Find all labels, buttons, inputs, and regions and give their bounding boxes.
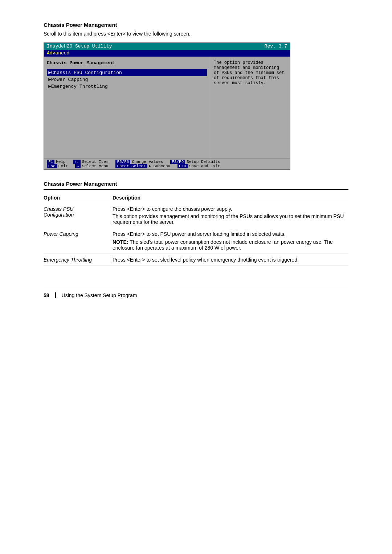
- arrow-icon: ►: [48, 77, 51, 82]
- option-power-capping: Power Capping: [44, 228, 113, 254]
- updown-key: ↑↓: [73, 160, 81, 164]
- footer-divider: [55, 292, 56, 298]
- options-table: Option Description Chassis PSUConfigurat…: [44, 193, 348, 266]
- bios-title-left: InsydeH2O Setup Utility: [47, 44, 112, 49]
- f5f6-key: F5/F6: [115, 160, 130, 164]
- page-footer: 58 Using the System Setup Program: [44, 288, 348, 298]
- f5f6-label: Change Values: [132, 160, 163, 164]
- bios-footer-updown: ↑↓ Select Item: [73, 160, 109, 164]
- bios-footer-row-1: F1 Help ↑↓ Select Item F5/F6 Change Valu…: [47, 160, 287, 164]
- bios-title-right: Rev. 3.7: [265, 44, 287, 49]
- bios-menu-item-power-capping[interactable]: ►Power Capping: [47, 76, 207, 83]
- bios-menu-item-emergency-throttling[interactable]: ►Emergency Throttling: [47, 83, 207, 90]
- f10-key: F10: [177, 164, 188, 168]
- leftright-key: ↔: [75, 164, 81, 168]
- bios-footer: F1 Help ↑↓ Select Item F5/F6 Change Valu…: [44, 158, 290, 169]
- esc-label: Exit: [58, 164, 68, 168]
- bios-footer-f1: F1 Help: [47, 160, 66, 164]
- table-row: Power Capping Press <Enter> to set PSU p…: [44, 228, 348, 254]
- enter-label: ► SubMenu: [149, 164, 170, 168]
- enter-key: Enter Select: [115, 164, 147, 168]
- desc-line-2: This option provides management and moni…: [113, 213, 346, 225]
- section-heading: Chassis Power Management: [44, 22, 348, 28]
- note-label: NOTE:: [113, 239, 128, 245]
- updown-label: Select Item: [82, 160, 109, 164]
- f8f9-label: Setup Defaults: [187, 160, 220, 164]
- arrow-icon: ►: [48, 84, 51, 89]
- esc-key: Esc: [47, 164, 57, 168]
- f10-label: Save and Exit: [189, 164, 220, 168]
- bios-right-panel: The option provides management and monit…: [210, 57, 290, 158]
- desc-chassis-psu: Press <Enter> to configure the chassis p…: [113, 203, 348, 228]
- note-power-capping: NOTE: The sled's total power consumption…: [113, 239, 346, 251]
- bios-footer-f8f9: F8/F9 Setup Defaults: [170, 160, 220, 164]
- bios-title-bar: InsydeH2O Setup Utility Rev. 3.7: [44, 43, 290, 50]
- bios-screen-title: Chassis Power Management: [47, 60, 207, 66]
- f8f9-key: F8/F9: [170, 160, 185, 164]
- table-section-heading: Chassis Power Management: [44, 181, 348, 190]
- bios-footer-leftright: ↔ Select Menu: [75, 164, 108, 168]
- table-header-row: Option Description: [44, 193, 348, 203]
- desc-emergency-main: Press <Enter> to set sled level policy w…: [113, 257, 346, 263]
- bios-footer-f5f6: F5/F6 Change Values: [115, 160, 163, 164]
- bios-left-panel: Chassis Power Management ►Chassis PSU Co…: [44, 57, 210, 158]
- desc-emergency-throttling: Press <Enter> to set sled level policy w…: [113, 254, 348, 266]
- bios-footer-esc: Esc Exit: [47, 164, 68, 168]
- option-chassis-psu: Chassis PSUConfiguration: [44, 203, 113, 228]
- bios-menu-item-chassis-psu[interactable]: ►Chassis PSU Configuration: [47, 69, 207, 76]
- bios-footer-enter: Enter Select ► SubMenu: [115, 164, 170, 168]
- f1-label: Help: [56, 160, 65, 164]
- bios-footer-row-2: Esc Exit ↔ Select Menu Enter Select ► Su…: [47, 164, 287, 168]
- desc-line-1: Press <Enter> to configure the chassis p…: [113, 206, 346, 212]
- f1-key: F1: [47, 160, 54, 164]
- bios-screen: InsydeH2O Setup Utility Rev. 3.7 Advance…: [44, 42, 290, 170]
- bios-help-text: The option provides management and monit…: [214, 60, 284, 86]
- page-container: Chassis Power Management Scroll to this …: [0, 0, 392, 554]
- footer-text: Using the System Setup Program: [62, 292, 137, 298]
- leftright-label: Select Menu: [82, 164, 109, 168]
- intro-text: Scroll to this item and press <Enter> to…: [44, 31, 348, 37]
- col-option: Option: [44, 193, 113, 203]
- table-row: Chassis PSUConfiguration Press <Enter> t…: [44, 203, 348, 228]
- desc-power-capping-main: Press <Enter> to set PSU power and serve…: [113, 231, 346, 237]
- bios-footer-f10: F10 Save and Exit: [177, 164, 220, 168]
- desc-power-capping: Press <Enter> to set PSU power and serve…: [113, 228, 348, 254]
- table-row: Emergency Throttling Press <Enter> to se…: [44, 254, 348, 266]
- bios-body: Chassis Power Management ►Chassis PSU Co…: [44, 57, 290, 158]
- arrow-icon: ►: [48, 70, 51, 75]
- col-description: Description: [113, 193, 348, 203]
- bios-tab-bar: Advanced: [44, 50, 290, 57]
- option-emergency-throttling: Emergency Throttling: [44, 254, 113, 266]
- page-number: 58: [44, 292, 49, 298]
